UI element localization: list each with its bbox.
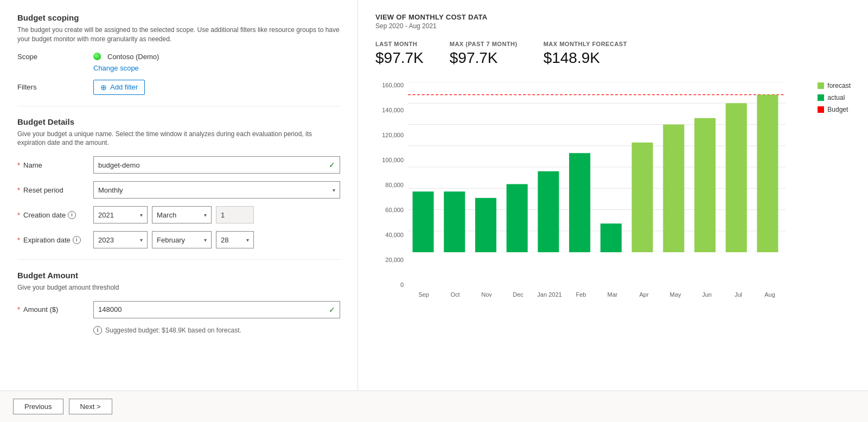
creation-month-select[interactable]: March ▾ [152,206,212,223]
name-input-value: budget-demo [98,161,140,169]
creation-info-icon[interactable]: i [68,211,76,219]
right-panel: VIEW OF MONTHLY COST DATA Sep 2020 - Aug… [358,0,868,391]
chart-title: VIEW OF MONTHLY COST DATA [375,13,851,21]
svg-rect-18 [663,125,684,253]
amount-row: * Amount ($) 148000 ✓ [17,301,340,318]
next-button[interactable]: Next > [69,399,112,414]
chart-subtitle: Sep 2020 - Aug 2021 [375,22,851,30]
creation-date-fields: 2021 ▾ March ▾ 1 [93,206,340,223]
metric-max-past-label: MAX (PAST 7 MONTH) [450,41,518,47]
legend-actual-dot [818,94,824,101]
budget-scoping-section: Budget scoping The budget you create wil… [17,13,340,95]
svg-rect-21 [757,95,778,252]
creation-date-label: * Creation date i [17,211,93,219]
expiration-day-select[interactable]: 28 ▾ [216,231,254,248]
divider-2 [17,259,340,260]
scope-label: Scope [17,53,93,61]
reset-required-star: * [17,186,20,194]
name-input[interactable]: budget-demo ✓ [93,156,340,174]
svg-rect-14 [538,171,559,252]
creation-date-row: * Creation date i 2021 ▾ March ▾ 1 [17,206,340,223]
chart-container: 160,000 140,000 120,000 100,000 80,000 6… [375,82,851,310]
reset-period-value: Monthly [98,186,123,194]
legend-actual-label: actual [827,94,845,101]
filters-label: Filters [17,83,93,91]
suggested-info-icon: i [93,326,102,335]
y-axis: 160,000 140,000 120,000 100,000 80,000 6… [375,82,408,288]
budget-amount-section: Budget Amount Give your budget amount th… [17,271,340,335]
y-label-60k: 60,000 [385,207,404,213]
expiration-date-row: * Expiration date i 2023 ▾ February ▾ 28 [17,231,340,248]
expiration-month-value: February [157,236,185,244]
expiration-required-star: * [17,236,20,244]
reset-period-label: * Reset period [17,186,93,194]
svg-rect-11 [444,191,465,252]
creation-year-select[interactable]: 2021 ▾ [93,206,148,223]
legend-budget-dot [818,106,824,113]
amount-input[interactable]: 148000 ✓ [93,301,340,318]
expiration-date-fields: 2023 ▾ February ▾ 28 ▾ [93,231,340,248]
budget-amount-desc: Give your budget amount threshold [17,283,340,292]
x-label-apr: Apr [628,291,660,298]
budget-details-section: Budget Details Give your budget a unique… [17,117,340,249]
left-panel: Budget scoping The budget you create wil… [0,0,358,391]
filters-value: ⊕ Add filter [93,80,340,95]
amount-label: * Amount ($) [17,305,93,314]
expiration-year-value: 2023 [98,236,114,244]
name-check-icon: ✓ [329,161,335,169]
metric-max-past: MAX (PAST 7 MONTH) $97.7K [450,41,518,67]
creation-required-star: * [17,211,20,219]
metric-last-month: LAST MONTH $97.7K [375,41,424,67]
metric-last-month-value: $97.7K [375,49,424,67]
x-label-feb: Feb [565,291,597,298]
legend-actual: actual [818,94,851,101]
expiration-month-select[interactable]: February ▾ [152,231,212,248]
footer: Previous Next > [0,391,868,422]
reset-period-row: * Reset period Monthly ▾ [17,181,340,199]
svg-rect-13 [507,184,528,252]
creation-day-input[interactable]: 1 [216,206,254,223]
scope-value-container: Contoso (Demo) [93,53,340,61]
expiration-year-select[interactable]: 2023 ▾ [93,231,148,248]
scope-row: Scope Contoso (Demo) [17,53,340,61]
y-label-160k: 160,000 [382,82,404,88]
legend-forecast-dot [818,82,824,89]
y-label-120k: 120,000 [382,132,404,138]
add-filter-button[interactable]: ⊕ Add filter [93,80,145,95]
chart-svg [408,82,786,252]
amount-check-icon: ✓ [329,305,335,314]
x-label-oct: Oct [439,291,471,298]
y-label-0: 0 [400,282,404,288]
previous-button[interactable]: Previous [13,399,63,414]
y-label-100k: 100,000 [382,157,404,163]
filters-row: Filters ⊕ Add filter [17,80,340,95]
amount-field-container: 148000 ✓ [93,301,340,318]
expiration-month-chevron: ▾ [204,237,207,243]
x-label-nov: Nov [471,291,502,298]
y-label-20k: 20,000 [385,257,404,263]
name-row: * Name budget-demo ✓ [17,156,340,174]
x-label-sep: Sep [408,291,439,298]
svg-rect-17 [632,143,653,252]
scope-indicator-icon [93,53,101,60]
creation-year-chevron: ▾ [140,212,143,218]
x-label-may: May [660,291,691,298]
expiration-year-chevron: ▾ [140,237,143,243]
legend-forecast-label: forecast [827,82,851,89]
metric-max-forecast-label: MAX MONTHLY FORECAST [544,41,627,47]
metric-max-forecast: MAX MONTHLY FORECAST $148.9K [544,41,627,67]
filter-plus-icon: ⊕ [100,83,107,92]
suggested-budget-text: Suggested budget: $148.9K based on forec… [105,327,241,334]
legend-forecast: forecast [818,82,851,89]
add-filter-label: Add filter [110,83,138,91]
expiration-info-icon[interactable]: i [73,236,81,244]
creation-month-value: March [157,211,176,219]
creation-month-chevron: ▾ [204,212,207,218]
change-scope-link[interactable]: Change scope [93,64,340,72]
reset-period-select[interactable]: Monthly ▾ [93,181,340,199]
reset-field-container: Monthly ▾ [93,181,340,199]
budget-scoping-title: Budget scoping [17,13,340,22]
scope-text: Contoso (Demo) [107,53,159,61]
x-label-dec: Dec [502,291,534,298]
svg-rect-20 [726,103,747,252]
